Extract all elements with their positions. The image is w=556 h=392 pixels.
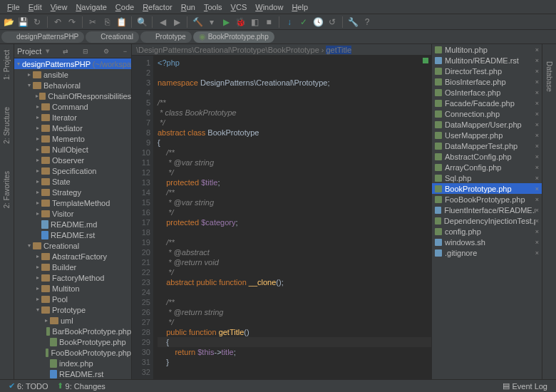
breadcrumb-Prototype[interactable]: Prototype	[140, 31, 192, 43]
close-icon[interactable]: ×	[535, 68, 539, 75]
open-file-tab[interactable]: DependencyInjectionTest.php×	[432, 215, 542, 226]
tree-item[interactable]: ▸Pool	[14, 294, 131, 304]
close-icon[interactable]: ×	[535, 164, 539, 171]
run-config-icon[interactable]: ▾	[206, 16, 217, 28]
menu-navigate[interactable]: Navigate	[71, 3, 110, 11]
open-file-tab[interactable]: DirectorTest.php×	[432, 66, 542, 76]
menu-run[interactable]: Run	[177, 3, 200, 11]
menu-window[interactable]: Window	[251, 3, 287, 11]
tree-item[interactable]: README.md	[14, 219, 131, 229]
open-file-tab[interactable]: ArrayConfig.php×	[432, 162, 542, 172]
open-file-tab[interactable]: Sql.php×	[432, 172, 542, 183]
close-icon[interactable]: ×	[535, 143, 539, 150]
tree-item[interactable]: ▸Mediator	[14, 123, 131, 133]
open-file-tab[interactable]: Facade/Facade.php×	[432, 98, 542, 108]
tree-item[interactable]: index.php	[14, 358, 131, 368]
settings-icon[interactable]: 🔧	[347, 16, 359, 28]
cut-icon[interactable]: ✂	[87, 16, 98, 28]
sync-icon[interactable]: ↻	[31, 16, 43, 28]
close-icon[interactable]: ×	[535, 110, 539, 118]
gear-icon[interactable]: ⚙	[102, 48, 110, 55]
save-icon[interactable]: 💾	[17, 16, 29, 28]
tree-item[interactable]: ▾Creational	[14, 240, 131, 251]
run-icon[interactable]: ▶	[220, 16, 232, 28]
collapse-icon[interactable]: ⊟	[81, 48, 90, 55]
close-icon[interactable]: ×	[535, 78, 539, 86]
vcs-commit-icon[interactable]: ✓	[298, 16, 309, 28]
tree-item[interactable]: ▸AbstractFactory	[14, 251, 131, 262]
open-file-tab[interactable]: DataMapper/User.php×	[432, 119, 542, 130]
close-icon[interactable]: ×	[535, 153, 539, 160]
build-icon[interactable]: 🔨	[192, 16, 203, 28]
coverage-icon[interactable]: ◧	[249, 16, 260, 28]
close-icon[interactable]: ×	[535, 217, 539, 225]
close-icon[interactable]: ×	[535, 207, 539, 214]
redo-icon[interactable]: ↷	[66, 16, 78, 28]
close-icon[interactable]: ×	[535, 249, 539, 257]
tree-item[interactable]: ▸Iterator	[14, 112, 131, 123]
close-icon[interactable]: ×	[535, 196, 539, 203]
close-icon[interactable]: ×	[535, 57, 539, 64]
copy-icon[interactable]: ⎘	[101, 16, 113, 28]
left-tab-structure[interactable]: 2: Structure	[3, 104, 11, 147]
open-file-tab[interactable]: Multiton/README.rst×	[432, 55, 542, 66]
todo-button[interactable]: ✔6: TODO	[4, 381, 53, 391]
event-log-button[interactable]: ▤Event Log	[498, 381, 552, 391]
close-icon[interactable]: ×	[535, 89, 539, 96]
open-file-tab[interactable]: BookPrototype.php×	[432, 183, 542, 194]
left-tab-favorites[interactable]: 2: Favorites	[3, 168, 11, 211]
close-icon[interactable]: ×	[535, 46, 539, 53]
open-file-tab[interactable]: Multiton.php×	[432, 44, 542, 55]
forward-icon[interactable]: ▶	[171, 16, 182, 28]
tree-item[interactable]: ▸State	[14, 176, 131, 187]
back-icon[interactable]: ◀	[157, 16, 168, 28]
tree-item[interactable]: ▸Visitor	[14, 208, 131, 219]
vcs-history-icon[interactable]: 🕓	[312, 16, 324, 28]
menu-refactor[interactable]: Refactor	[138, 3, 177, 11]
open-file-tab[interactable]: BiosInterface.php×	[432, 76, 542, 87]
menu-code[interactable]: Code	[111, 3, 138, 11]
debug-icon[interactable]: 🐞	[235, 16, 246, 28]
close-icon[interactable]: ×	[535, 132, 539, 139]
open-file-tab[interactable]: UserMapper.php×	[432, 130, 542, 140]
open-file-tab[interactable]: FooBookPrototype.php×	[432, 194, 542, 205]
open-file-tab[interactable]: FluentInterface/README.rst×	[432, 205, 542, 215]
tree-item[interactable]: BarBookPrototype.php	[14, 326, 131, 336]
changes-button[interactable]: ⬆9: Changes	[53, 381, 110, 391]
tree-item[interactable]: ▸Specification	[14, 165, 131, 176]
open-file-tab[interactable]: Connection.php×	[432, 108, 542, 119]
tree-item[interactable]: ▸Strategy	[14, 187, 131, 197]
tree-item[interactable]: ▾Behavioral	[14, 80, 131, 91]
close-icon[interactable]: ×	[535, 121, 539, 128]
menu-vcs[interactable]: VCS	[227, 3, 252, 11]
close-icon[interactable]: ×	[535, 100, 539, 107]
tree-item[interactable]: ▾designPatternsPHP (~/workspace...	[14, 58, 131, 69]
help-icon[interactable]: ?	[361, 16, 373, 28]
right-tab-database[interactable]: Database	[545, 58, 553, 95]
tree-item[interactable]: ▸Multiton	[14, 283, 131, 294]
find-icon[interactable]: 🔍	[136, 16, 148, 28]
breadcrumb-BookPrototype.php[interactable]: ◉BookPrototype.php	[193, 31, 274, 43]
tree-item[interactable]: ▾Prototype	[14, 304, 131, 315]
open-file-tab[interactable]: OsInterface.php×	[432, 87, 542, 98]
tree-item[interactable]: ▸Command	[14, 101, 131, 112]
tree-item[interactable]: ▸Builder	[14, 262, 131, 272]
open-icon[interactable]: 📂	[3, 16, 14, 28]
vcs-update-icon[interactable]: ↓	[284, 16, 295, 28]
close-icon[interactable]: ×	[535, 185, 539, 192]
breadcrumb-Creational[interactable]: Creational	[86, 31, 139, 43]
open-file-tab[interactable]: config.php×	[432, 226, 542, 237]
tree-item[interactable]: BookPrototype.php	[14, 336, 131, 347]
open-file-tab[interactable]: windows.sh×	[432, 237, 542, 247]
tree-item[interactable]: ▸Memento	[14, 133, 131, 144]
open-file-tab[interactable]: .gitignore×	[432, 247, 542, 258]
breadcrumb-designPatternsPHP[interactable]: designPatternsPHP	[1, 31, 84, 43]
tree-item[interactable]: ▸Observer	[14, 155, 131, 165]
menu-view[interactable]: View	[46, 3, 72, 11]
stop-icon[interactable]: ■	[263, 16, 274, 28]
menu-edit[interactable]: Edit	[24, 3, 46, 11]
menu-file[interactable]: File	[3, 3, 24, 11]
code-area[interactable]: <?phpnamespace DesignPatterns\Creational…	[153, 56, 431, 379]
tree-item[interactable]: ▸ChainOfResponsibilities	[14, 91, 131, 101]
tree-item[interactable]: ▸uml	[14, 315, 131, 326]
